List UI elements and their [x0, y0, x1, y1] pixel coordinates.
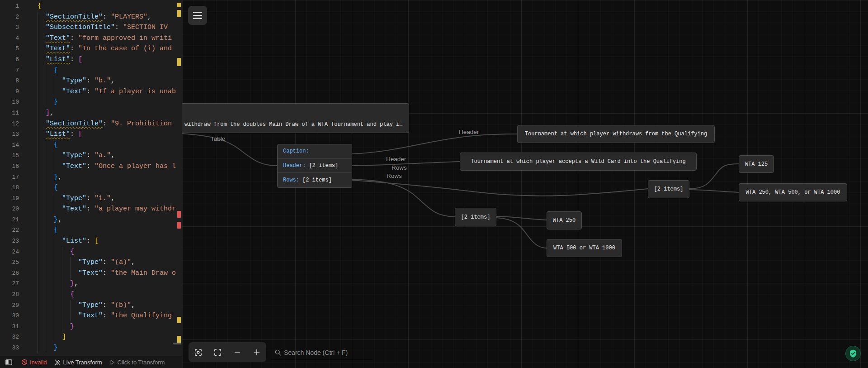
editor-line-23[interactable]: 23"List": [: [0, 236, 182, 247]
line-code: {: [0, 247, 74, 258]
plus-icon: [253, 348, 261, 356]
line-code: "List": [: [0, 54, 82, 65]
line-code: "SubsectionTitle": "SECTION IV: [0, 22, 168, 33]
graph-edge: [352, 134, 517, 154]
editor-line-26[interactable]: 26"Text": "the Main Draw o: [0, 268, 182, 279]
line-code: "Text": "form approved in writi: [0, 33, 172, 44]
editor-line-9[interactable]: 9"Text": "If a player is unab: [0, 86, 182, 97]
editor-line-11[interactable]: 11],: [0, 108, 182, 119]
editor-line-14[interactable]: 14{: [0, 140, 182, 151]
ruler-mark: [177, 336, 181, 343]
ruler-mark: [177, 222, 181, 229]
node-row-value: [2 items]: [309, 162, 338, 169]
fullscreen-icon: [213, 348, 222, 357]
editor-line-21[interactable]: 21},: [0, 215, 182, 225]
line-code: "Type": "a.",: [0, 150, 115, 161]
node-row[interactable]: Caption:: [278, 144, 352, 159]
graph-node-wta-250-500-1000[interactable]: WTA 250, WTA 500, or WTA 1000: [739, 183, 847, 201]
editor-line-16[interactable]: 16"Text": "Once a player has l: [0, 161, 182, 172]
line-code: }: [0, 343, 58, 354]
editor-line-18[interactable]: 18{: [0, 182, 182, 193]
click-to-transform-label: Click to Transform: [118, 359, 165, 366]
editor-line-5[interactable]: 5"Text": "In the case of (i) and: [0, 43, 182, 54]
editor-line-8[interactable]: 8"Type": "b.",: [0, 76, 182, 86]
editor-line-15[interactable]: 15"Type": "a.",: [0, 150, 182, 161]
search-node-input[interactable]: [284, 347, 370, 358]
graph-node-header-2[interactable]: Tournament at which player accepts a Wil…: [460, 153, 697, 171]
click-to-transform-button[interactable]: Click to Transform: [109, 359, 165, 366]
shield-badge[interactable]: [845, 346, 861, 361]
editor-line-17[interactable]: 17},: [0, 172, 182, 183]
line-code: "Type": "(b)",: [0, 300, 135, 311]
graph-edge: [689, 164, 739, 189]
editor-line-24[interactable]: 24{: [0, 247, 182, 258]
editor-line-28[interactable]: 28{: [0, 289, 182, 300]
line-code: "Text": "In the case of (i) and: [0, 43, 172, 54]
panel-toggle-icon[interactable]: [5, 359, 12, 366]
editor-line-25[interactable]: 25"Type": "(a)",: [0, 257, 182, 268]
graph-node-rows-array-right[interactable]: [2 items]: [648, 180, 689, 198]
editor-line-19[interactable]: 19"Type": "i.",: [0, 193, 182, 204]
editor-line-3[interactable]: 3"SubsectionTitle": "SECTION IV: [0, 22, 182, 33]
graph-node-header-1[interactable]: Tournament at which player withdraws fro…: [517, 125, 715, 143]
fit-view-button[interactable]: [210, 344, 226, 360]
search-underline: [271, 360, 373, 360]
editor-line-13[interactable]: 13"List": [: [0, 129, 182, 140]
line-code: "Text": "Once a player has l: [0, 161, 176, 172]
editor-scrollbar[interactable]: [173, 343, 181, 344]
graph-canvas[interactable]: withdraw from the doubles Main Draw of a…: [182, 0, 868, 368]
line-code: {: [0, 1, 42, 12]
editor-line-27[interactable]: 27},: [0, 278, 182, 289]
editor-line-32[interactable]: 32]: [0, 332, 182, 343]
menu-button[interactable]: [188, 6, 207, 25]
editor-line-12[interactable]: 12"SectionTitle": "9. Prohibition: [0, 119, 182, 129]
graph-toolbar: [189, 342, 266, 362]
zoom-in-button[interactable]: [249, 344, 264, 360]
editor-line-6[interactable]: 6"List": [: [0, 54, 182, 65]
invalid-label: Invalid: [30, 359, 47, 366]
editor-line-30[interactable]: 30"Text": "the Qualifying: [0, 311, 182, 321]
line-code: ],: [0, 108, 54, 119]
editor-line-33[interactable]: 33}: [0, 343, 182, 354]
center-focus-icon: [194, 348, 203, 357]
editor-lines[interactable]: 1{2"SectionTitle": "PLAYERS",3"Subsectio…: [0, 1, 182, 354]
graph-edge: [182, 133, 277, 166]
minus-icon: [233, 348, 241, 356]
node-row[interactable]: Rows:[2 items]: [278, 173, 352, 187]
node-row[interactable]: Header:[2 items]: [278, 159, 352, 173]
center-view-button[interactable]: [191, 344, 206, 360]
node-text: WTA 250, WTA 500, or WTA 1000: [746, 189, 840, 196]
line-code: "Text": "a player may withdr: [0, 204, 176, 215]
graph-node-rows-array-left[interactable]: [2 items]: [455, 208, 496, 226]
editor-line-2[interactable]: 2"SectionTitle": "PLAYERS",: [0, 12, 182, 23]
json-editor[interactable]: 1{2"SectionTitle": "PLAYERS",3"Subsectio…: [0, 0, 182, 356]
editor-line-20[interactable]: 20"Text": "a player may withdr: [0, 204, 182, 215]
editor-line-29[interactable]: 29"Type": "(b)",: [0, 300, 182, 311]
edge-label: Table: [211, 135, 225, 142]
line-code: "Text": "the Main Draw o: [0, 268, 176, 279]
editor-line-4[interactable]: 4"Text": "form approved in writi: [0, 33, 182, 44]
editor-line-22[interactable]: 22{: [0, 225, 182, 236]
editor-line-10[interactable]: 10}: [0, 97, 182, 108]
line-code: }: [0, 97, 58, 108]
live-transform-toggle[interactable]: Live Transform: [54, 359, 102, 366]
editor-line-31[interactable]: 31}: [0, 321, 182, 332]
ruler-mark: [177, 58, 181, 66]
line-code: "Type": "(a)",: [0, 257, 135, 268]
graph-node-wta-500-or-1000[interactable]: WTA 500 or WTA 1000: [547, 239, 622, 257]
overview-ruler: [176, 0, 182, 356]
node-row-value: [2 items]: [302, 177, 332, 183]
line-code: {: [0, 289, 74, 300]
line-code: "List": [: [0, 236, 99, 247]
editor-line-1[interactable]: 1{: [0, 1, 182, 12]
line-code: "SectionTitle": "PLAYERS",: [0, 12, 151, 23]
invalid-icon: [21, 359, 28, 365]
node-text: Tournament at which player accepts a Wil…: [471, 158, 685, 165]
ruler-mark: [177, 3, 181, 7]
graph-node-wta-125[interactable]: WTA 125: [739, 155, 774, 173]
graph-node-table-object[interactable]: Caption:Header:[2 items]Rows:[2 items]: [277, 144, 352, 188]
zoom-out-button[interactable]: [230, 344, 245, 360]
graph-node-text-clipped[interactable]: withdraw from the doubles Main Draw of a…: [182, 103, 409, 133]
graph-node-wta-250[interactable]: WTA 250: [547, 211, 582, 229]
editor-line-7[interactable]: 7{: [0, 65, 182, 76]
